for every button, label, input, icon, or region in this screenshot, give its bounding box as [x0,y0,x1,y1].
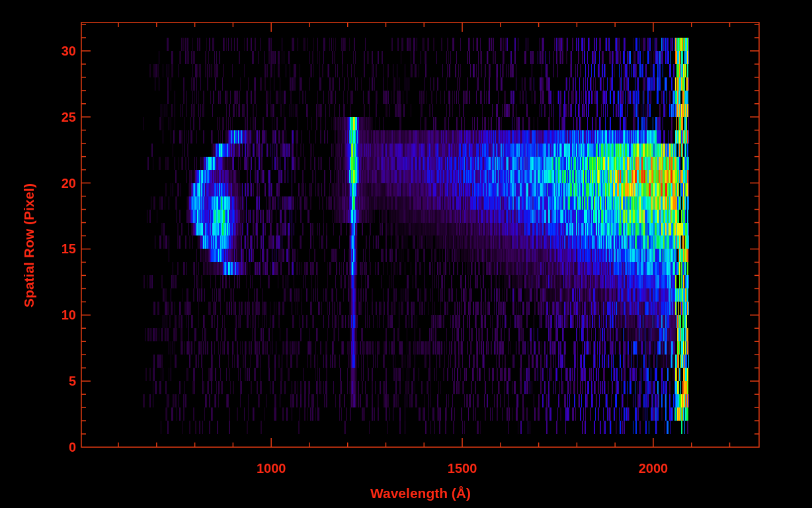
x-tick-label: 1000 [257,461,286,476]
plot-frame [81,22,759,447]
y-axis-title: Spatial Row (Pixel) [21,183,37,308]
plot-axes-frame [0,0,812,508]
spectrogram-viewer-window: ra_150130093348_hisb_lin.fit 0 5.00000e+… [0,0,812,508]
y-tick-label: 15 [61,241,76,257]
y-tick-label: 5 [69,374,76,389]
x-tick-label: 1500 [448,461,477,476]
y-tick-label: 10 [61,308,76,323]
y-tick-label: 25 [61,109,76,124]
x-tick-label: 2000 [639,461,669,476]
y-tick-label: 20 [61,175,76,190]
y-tick-label: 30 [61,43,76,58]
x-axis-title: Wavelength (Å) [370,486,471,501]
y-tick-label: 0 [69,440,76,455]
